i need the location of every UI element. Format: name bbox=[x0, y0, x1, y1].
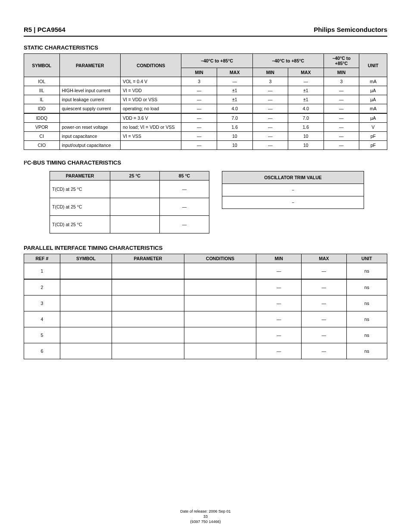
table-cell: IL bbox=[24, 95, 60, 104]
table-cell: IOL bbox=[24, 77, 60, 86]
table-row: 4——ns bbox=[24, 311, 387, 327]
table-row: T(CD) at 25 °C— bbox=[50, 216, 209, 233]
table-cell: input capacitance bbox=[59, 132, 120, 141]
col-min2: MIN bbox=[252, 68, 288, 77]
table-cell: ns bbox=[346, 343, 387, 359]
col-parameter: PARAMETER bbox=[59, 54, 120, 77]
table-row: T(CD) at 25 °C— bbox=[50, 198, 209, 216]
table-cell: T(CD) at 25 °C bbox=[50, 216, 110, 233]
table-cell: — bbox=[252, 123, 288, 132]
col-min1: MIN bbox=[181, 68, 217, 77]
table-row: IILHIGH-level input currentVI = VDD—±1—±… bbox=[24, 86, 387, 95]
table-cell bbox=[184, 296, 256, 311]
table-cell: — bbox=[252, 86, 288, 95]
col-conditions: CONDITIONS bbox=[121, 54, 181, 77]
table-cell bbox=[60, 263, 112, 280]
table-cell: no load; VI = VDD or VSS bbox=[121, 123, 181, 132]
table-cell: pF bbox=[359, 132, 387, 141]
table-cell: 7.0 bbox=[288, 113, 324, 123]
table-cell: 10 bbox=[217, 132, 253, 141]
t4-h6: UNIT bbox=[346, 254, 387, 263]
t4-h0: REF # bbox=[24, 254, 60, 263]
table-cell: ±1 bbox=[288, 86, 324, 95]
table-cell: — bbox=[160, 198, 209, 216]
table-header-row: REF # SYMBOL PARAMETER CONDITIONS MIN MA… bbox=[24, 254, 387, 263]
table-row: 1——ns bbox=[24, 263, 387, 280]
table-cell: 3 bbox=[252, 77, 288, 86]
table-cell: — bbox=[252, 132, 288, 141]
header-right: Philips Semiconductors bbox=[314, 26, 387, 33]
table-cell bbox=[184, 263, 256, 280]
table-cell: — bbox=[217, 77, 253, 86]
table-cell: 10 bbox=[217, 141, 253, 150]
table-cell: µA bbox=[359, 95, 387, 104]
table-cell: — bbox=[256, 296, 302, 311]
footer-date: Date of release: 2006 Sep 01 bbox=[24, 509, 387, 514]
table-cell: ±1 bbox=[217, 95, 253, 104]
table-cell: — bbox=[256, 327, 302, 343]
table-cell: input/output capacitance bbox=[59, 141, 120, 150]
table-cell: — bbox=[252, 104, 288, 114]
table-cell: — bbox=[324, 86, 359, 95]
table-row: T(CD) at 25 °C— bbox=[50, 180, 209, 198]
table-cell bbox=[121, 141, 181, 150]
table-cell: ns bbox=[346, 279, 387, 296]
table-cell: — bbox=[181, 132, 217, 141]
table-cell: T(CD) at 25 °C bbox=[50, 198, 110, 216]
table-cell: VPOR bbox=[24, 123, 60, 132]
table-cell bbox=[184, 343, 256, 359]
table-cell bbox=[184, 311, 256, 327]
table-cell bbox=[112, 311, 184, 327]
table-cell: 10 bbox=[288, 141, 324, 150]
table-row: VPORpower-on reset voltageno load; VI = … bbox=[24, 123, 387, 132]
table-cell: — bbox=[181, 104, 217, 114]
header-left: R5 | PCA9564 bbox=[24, 26, 65, 33]
table-cell bbox=[112, 296, 184, 311]
table-cell: — bbox=[181, 123, 217, 132]
section2-row: PARAMETER 25 °C 85 °C T(CD) at 25 °C—T(C… bbox=[24, 171, 387, 233]
footer-page: 33 bbox=[24, 514, 387, 519]
table-cell: — bbox=[302, 343, 347, 359]
table-cell: — bbox=[181, 141, 217, 150]
table-row: ILinput leakage currentVI = VDD or VSS—±… bbox=[24, 95, 387, 104]
col-min3: MIN bbox=[324, 68, 359, 77]
table-cell: 3 bbox=[24, 296, 60, 311]
table-cell: — bbox=[160, 216, 209, 233]
table-cell bbox=[60, 327, 112, 343]
table-cell: ±1 bbox=[288, 95, 324, 104]
table-cell bbox=[110, 216, 160, 233]
col-range2: −40°C to +85°C bbox=[252, 54, 324, 68]
table-cell: ns bbox=[346, 263, 387, 280]
table-cell bbox=[60, 343, 112, 359]
document-header: R5 | PCA9564 Philips Semiconductors bbox=[24, 26, 387, 37]
page-footer: Date of release: 2006 Sep 01 33 (9397 75… bbox=[24, 509, 387, 524]
table-cell: — bbox=[256, 279, 302, 296]
t4-h1: SYMBOL bbox=[60, 254, 112, 263]
table-cell bbox=[184, 327, 256, 343]
table-cell bbox=[60, 279, 112, 296]
table-cell: 4.0 bbox=[217, 104, 253, 114]
table-cell: — bbox=[252, 113, 288, 123]
table-cell: — bbox=[302, 311, 347, 327]
table-cell bbox=[112, 327, 184, 343]
table-row: − bbox=[222, 196, 364, 209]
table-cell: T(CD) at 25 °C bbox=[50, 180, 110, 198]
table-cell: 5 bbox=[24, 327, 60, 343]
table-cell: — bbox=[324, 104, 359, 114]
temp-table-wrap: PARAMETER 25 °C 85 °C T(CD) at 25 °C—T(C… bbox=[50, 171, 209, 233]
static-characteristics-table: SYMBOL PARAMETER CONDITIONS −40°C to +85… bbox=[24, 53, 387, 150]
table-cell bbox=[60, 296, 112, 311]
table-row: IOLVOL = 0.4 V3—3—3mA bbox=[24, 77, 387, 86]
table-cell bbox=[112, 343, 184, 359]
parallel-timing-table: REF # SYMBOL PARAMETER CONDITIONS MIN MA… bbox=[24, 254, 387, 359]
table-cell bbox=[110, 180, 160, 198]
table-cell: — bbox=[302, 279, 347, 296]
table-row: − bbox=[222, 184, 364, 196]
trim-table-wrap: OSCILLATOR TRIM VALUE −− bbox=[222, 171, 364, 209]
page: R5 | PCA9564 Philips Semiconductors STAT… bbox=[0, 0, 411, 532]
table-row: CIinput capacitanceVI = VSS—10—10—pF bbox=[24, 132, 387, 141]
table-cell: — bbox=[256, 311, 302, 327]
table-row: IDDQVDD = 3.6 V—7.0—7.0—µA bbox=[24, 113, 387, 123]
table-cell: − bbox=[222, 184, 364, 196]
table-cell bbox=[60, 311, 112, 327]
